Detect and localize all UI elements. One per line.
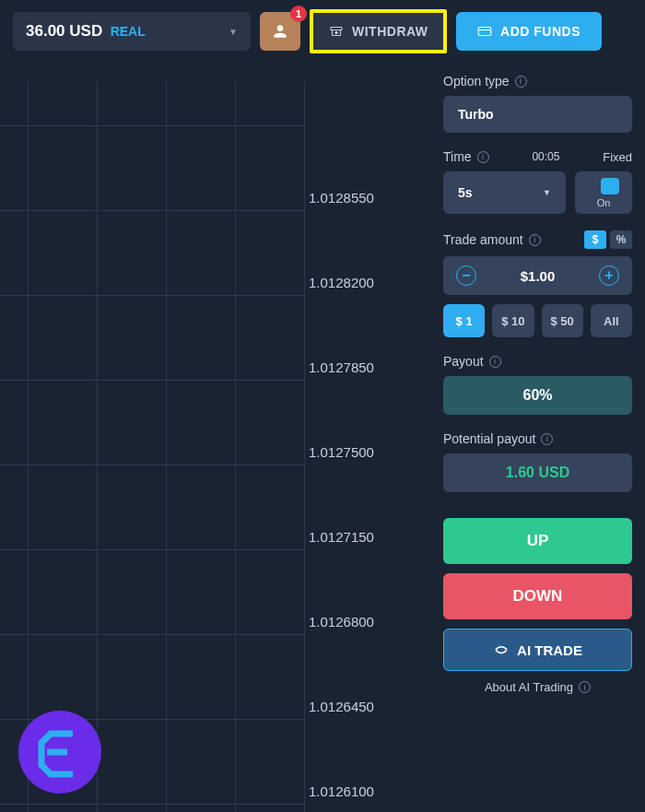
fixed-label: Fixed [603, 150, 632, 164]
preset-1[interactable]: $ 1 [443, 304, 485, 337]
down-button[interactable]: DOWN [443, 573, 632, 619]
time-select[interactable]: 5s ▼ [443, 171, 566, 214]
y-tick: 1.0126450 [309, 699, 374, 714]
potential-value: 1.60 USD [443, 453, 632, 492]
y-tick: 1.0126100 [309, 783, 374, 799]
info-icon[interactable]: i [477, 151, 489, 163]
toggle-state: On [597, 197, 611, 208]
y-tick: 1.0126800 [309, 614, 374, 630]
y-tick: 1.0127150 [309, 529, 374, 545]
trade-panel: Option typei Turbo Timei 00:05 Fixed 5s … [427, 63, 645, 812]
card-icon [476, 23, 493, 40]
increment-button[interactable]: + [599, 265, 619, 286]
about-ai-link[interactable]: About AI Trading [485, 680, 573, 694]
percent-mode-toggle[interactable]: % [610, 230, 632, 249]
info-icon[interactable]: i [489, 356, 501, 368]
preset-all[interactable]: All [591, 304, 632, 337]
payout-value: 60% [443, 376, 632, 415]
up-button[interactable]: UP [443, 518, 632, 564]
notification-badge: 1 [290, 6, 307, 22]
option-type-select[interactable]: Turbo [443, 96, 632, 133]
y-tick: 1.0127850 [309, 359, 374, 375]
add-funds-button[interactable]: ADD FUNDS [456, 12, 602, 51]
y-tick: 1.0128550 [309, 190, 374, 206]
time-value: 5s [458, 185, 473, 200]
payout-section: Payouti 60% [443, 354, 632, 415]
ai-icon [493, 641, 510, 658]
potential-label: Potential payout [443, 431, 535, 446]
option-type-label: Option type [443, 74, 510, 88]
info-icon[interactable]: i [529, 234, 541, 246]
y-tick: 1.0128200 [309, 275, 374, 290]
trade-amount-section: Trade amounti $ % − $1.00 + $ 1 $ 10 $ 5… [443, 230, 632, 337]
y-tick: 1.0127500 [309, 444, 374, 460]
amount-value: $1.00 [521, 268, 556, 284]
option-type-section: Option typei Turbo [443, 74, 632, 133]
preset-10[interactable]: $ 10 [492, 304, 534, 337]
info-icon[interactable]: i [579, 681, 591, 693]
fixed-toggle[interactable]: On [575, 171, 632, 214]
logo-icon [32, 724, 88, 780]
chevron-down-icon: ▼ [229, 27, 238, 37]
ai-trade-button[interactable]: AI TRADE [443, 629, 632, 671]
preset-50[interactable]: $ 50 [542, 304, 583, 337]
withdraw-button[interactable]: WITHDRAW [310, 9, 447, 53]
svg-point-2 [335, 31, 337, 33]
time-section: Timei 00:05 Fixed 5s ▼ On [443, 149, 632, 214]
payout-label: Payout [443, 354, 484, 369]
svg-rect-3 [478, 28, 491, 36]
balance-amount: 36.00 USD [26, 22, 102, 40]
currency-mode-toggle[interactable]: $ [584, 230, 606, 249]
amount-stepper: − $1.00 + [443, 256, 632, 295]
info-icon[interactable]: i [515, 76, 527, 88]
balance-selector[interactable]: 36.00 USD REAL ▼ [13, 12, 251, 51]
balance-type-label: REAL [111, 24, 146, 39]
user-icon [271, 22, 289, 41]
info-icon[interactable]: i [541, 433, 553, 445]
option-type-value: Turbo [458, 107, 494, 122]
top-bar: 36.00 USD REAL ▼ 1 WITHDRAW ADD FUNDS [0, 0, 645, 63]
withdraw-label: WITHDRAW [352, 24, 428, 39]
brand-logo [18, 711, 101, 794]
chart-grid [0, 81, 304, 812]
price-chart[interactable]: 1.0128550 1.0128200 1.0127850 1.0127500 … [0, 63, 427, 812]
profile-button[interactable]: 1 [260, 12, 300, 51]
potential-section: Potential payouti 1.60 USD [443, 431, 632, 492]
trade-amount-label: Trade amount [443, 232, 523, 247]
ai-trade-label: AI TRADE [517, 642, 582, 658]
chevron-down-icon: ▼ [543, 188, 551, 197]
withdraw-icon [328, 23, 345, 40]
time-countdown: 00:05 [532, 150, 559, 163]
main-area: 1.0128550 1.0128200 1.0127850 1.0127500 … [0, 63, 645, 812]
decrement-button[interactable]: − [456, 265, 476, 286]
add-funds-label: ADD FUNDS [500, 24, 580, 39]
toggle-knob [601, 178, 619, 194]
time-label: Time [443, 149, 472, 164]
